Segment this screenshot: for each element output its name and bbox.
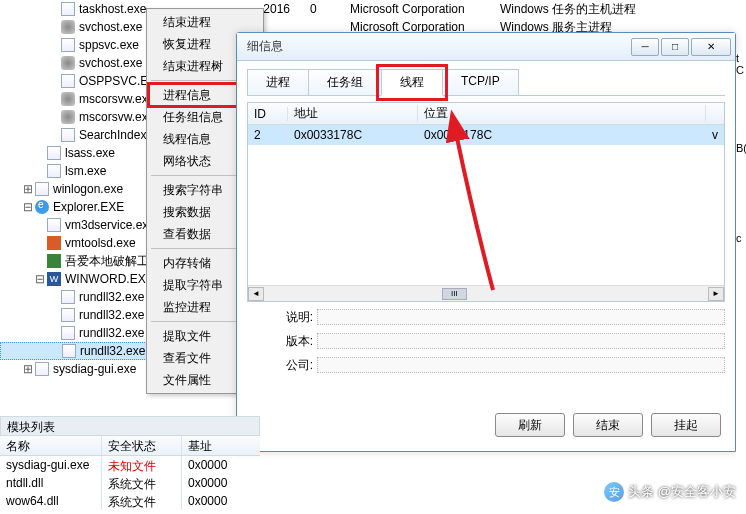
col-addr[interactable]: 地址	[288, 105, 418, 122]
page-icon	[46, 217, 62, 233]
scroll-left-icon[interactable]: ◄	[248, 287, 264, 301]
tab-进程[interactable]: 进程	[247, 69, 309, 95]
page-icon	[60, 307, 76, 323]
obscured-right-panel: t CB(c	[736, 52, 746, 514]
thread-table[interactable]: ID 地址 位置 20x0033178C0x0033178Cv ◄ III ►	[247, 102, 725, 302]
page-icon	[61, 343, 77, 359]
process-name: rundll32.exe	[80, 344, 145, 358]
process-info-row[interactable]: 20160Microsoft CorporationWindows 任务的主机进…	[260, 0, 746, 18]
menu-item-结束进程[interactable]: 结束进程	[149, 11, 261, 33]
process-name: taskhost.exe	[79, 2, 146, 16]
page-icon	[34, 361, 50, 377]
info-row: 版本:	[247, 332, 725, 350]
scroll-thumb[interactable]: III	[442, 288, 467, 300]
expand-icon[interactable]: ⊞	[22, 362, 34, 376]
刷新-button[interactable]: 刷新	[495, 413, 565, 437]
scrollbar[interactable]: ◄ III ►	[248, 285, 724, 301]
page-icon	[60, 289, 76, 305]
dialog-button-row: 刷新结束挂起	[481, 405, 735, 451]
module-header[interactable]: 名称 安全状态 基址	[0, 436, 260, 456]
detail-dialog: 细信息 ─ □ ✕ 进程任务组线程TCP/IP ID 地址 位置 20x0033…	[236, 32, 736, 452]
col-id[interactable]: ID	[248, 107, 288, 121]
module-list-title: 模块列表	[0, 416, 260, 436]
avatar-icon: 安	[604, 482, 624, 502]
minimize-button[interactable]: ─	[631, 38, 659, 56]
ie-icon	[34, 199, 50, 215]
collapse-icon[interactable]: ⊟	[34, 272, 46, 286]
info-row: 公司:	[247, 356, 725, 374]
process-name: Explorer.EXE	[53, 200, 124, 214]
gear-icon	[60, 109, 76, 125]
process-name: svchost.exe	[79, 56, 142, 70]
结束-button[interactable]: 结束	[573, 413, 643, 437]
process-name: SearchIndexe	[79, 128, 153, 142]
tab-任务组[interactable]: 任务组	[308, 69, 382, 95]
page-icon	[60, 73, 76, 89]
watermark: 安 头条 @安全客小安	[604, 482, 736, 502]
maximize-button[interactable]: □	[661, 38, 689, 56]
close-button[interactable]: ✕	[691, 38, 731, 56]
thread-header: ID 地址 位置	[248, 103, 724, 125]
process-name: winlogon.exe	[53, 182, 123, 196]
thread-row[interactable]: 20x0033178C0x0033178Cv	[248, 125, 724, 145]
tab-线程[interactable]: 线程	[381, 69, 443, 96]
page-icon	[60, 37, 76, 53]
process-name: vmtoolsd.exe	[65, 236, 136, 250]
expand-icon[interactable]: ⊞	[22, 182, 34, 196]
dialog-titlebar[interactable]: 细信息 ─ □ ✕	[237, 33, 735, 61]
green-icon	[46, 253, 62, 269]
process-name: svchost.exe	[79, 20, 142, 34]
tab-TCP/IP[interactable]: TCP/IP	[442, 69, 519, 95]
process-name: mscorsvw.ex	[79, 92, 148, 106]
page-icon	[60, 325, 76, 341]
module-row[interactable]: wow64.dll系统文件0x0000	[0, 492, 260, 510]
page-icon	[60, 127, 76, 143]
scroll-right-icon[interactable]: ►	[708, 287, 724, 301]
process-name: sppsvc.exe	[79, 38, 139, 52]
dialog-title: 细信息	[241, 38, 631, 55]
page-icon	[46, 163, 62, 179]
collapse-icon[interactable]: ⊟	[22, 200, 34, 214]
tab-row: 进程任务组线程TCP/IP	[247, 69, 725, 96]
info-row: 说明:	[247, 308, 725, 326]
process-name: rundll32.exe	[79, 308, 144, 322]
module-list-pane: 模块列表 名称 安全状态 基址 sysdiag-gui.exe未知文件0x000…	[0, 416, 260, 510]
process-name: mscorsvw.ex	[79, 110, 148, 124]
gear-icon	[60, 91, 76, 107]
gear-icon	[60, 55, 76, 71]
process-name: vm3dservice.exe	[65, 218, 155, 232]
process-name: sysdiag-gui.exe	[53, 362, 136, 376]
page-icon	[46, 145, 62, 161]
gear-icon	[60, 19, 76, 35]
module-row[interactable]: ntdll.dll系统文件0x0000	[0, 474, 260, 492]
vm-icon	[46, 235, 62, 251]
process-name: rundll32.exe	[79, 326, 144, 340]
process-name: rundll32.exe	[79, 290, 144, 304]
process-name: lsm.exe	[65, 164, 106, 178]
top-process-info: 20160Microsoft CorporationWindows 任务的主机进…	[260, 0, 746, 36]
module-row[interactable]: sysdiag-gui.exe未知文件0x0000	[0, 456, 260, 474]
word-icon: W	[46, 271, 62, 287]
col-pos[interactable]: 位置	[418, 105, 706, 122]
process-name: WINWORD.EXE	[65, 272, 154, 286]
process-name: lsass.exe	[65, 146, 115, 160]
page-icon	[34, 181, 50, 197]
page-icon	[60, 1, 76, 17]
挂起-button[interactable]: 挂起	[651, 413, 721, 437]
process-name: OSPPSVC.EX	[79, 74, 156, 88]
